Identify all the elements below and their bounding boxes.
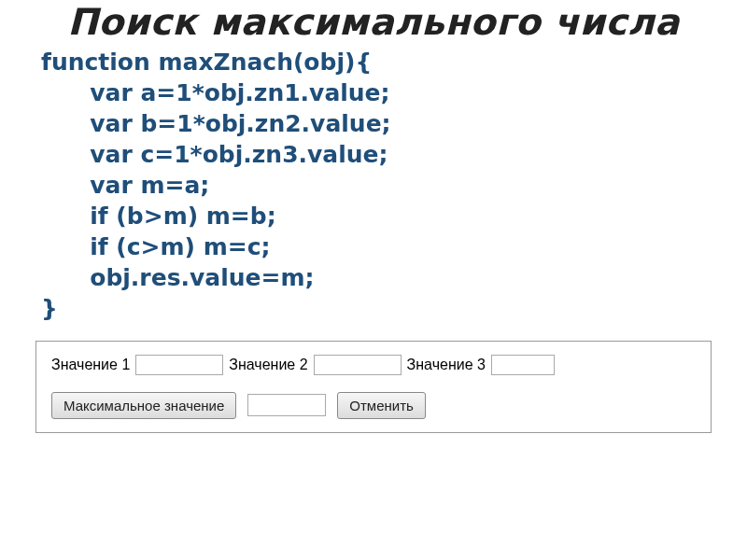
code-block: function maxZnach(obj){ var a=1*obj.zn1.… [26,47,721,324]
slide-title: Поиск максимального числа [26,0,721,43]
max-value-button[interactable]: Максимальное значение [51,392,236,419]
result-output[interactable] [247,394,326,416]
code-line: if (c>m) m=c; [41,233,271,260]
label-value-1: Значение 1 [51,357,130,373]
code-line: var c=1*obj.zn3.value; [41,141,388,168]
code-line: var m=a; [41,172,209,199]
value-1-input[interactable] [135,355,223,375]
buttons-row: Максимальное значение Отменить [51,392,701,419]
inputs-row: Значение 1 Значение 2 Значение 3 [51,355,701,375]
code-line: if (b>m) m=b; [41,203,276,230]
code-line: obj.res.value=m; [41,264,315,291]
code-line: var b=1*obj.zn2.value; [41,110,391,137]
code-line: var a=1*obj.zn1.value; [41,79,390,106]
label-value-3: Значение 3 [407,357,486,373]
slide: Поиск максимального числа function maxZn… [0,0,747,560]
code-line: } [41,295,58,322]
code-line: function maxZnach(obj){ [41,49,372,76]
value-3-input[interactable] [491,355,555,375]
value-2-input[interactable] [314,355,402,375]
form-panel: Значение 1 Значение 2 Значение 3 Максима… [35,341,712,433]
cancel-button[interactable]: Отменить [337,392,426,419]
label-value-2: Значение 2 [229,357,307,373]
